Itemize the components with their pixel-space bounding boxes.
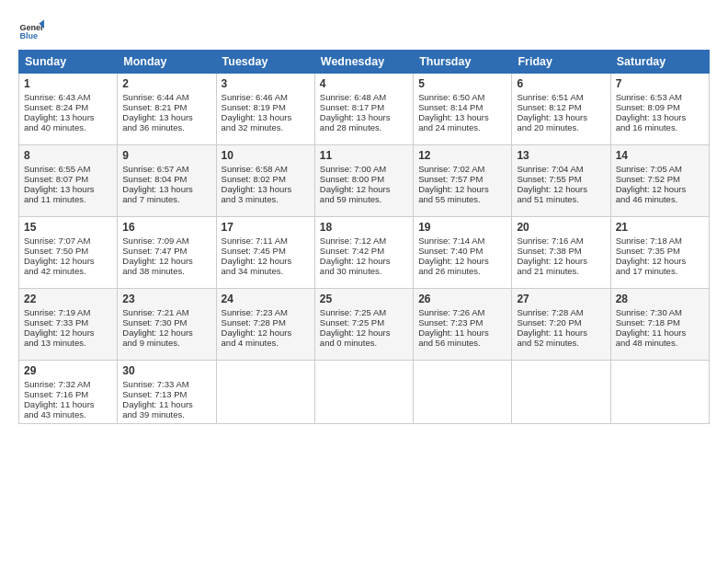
day-number: 26 (418, 293, 506, 305)
day-info-line: Daylight: 12 hours (418, 256, 506, 266)
day-info-line: and 7 minutes. (122, 194, 210, 204)
day-info-line: and 4 minutes. (222, 338, 310, 348)
day-number: 5 (418, 77, 506, 90)
day-info-line: Sunrise: 7:32 AM (24, 379, 112, 389)
day-info-line: Sunset: 7:30 PM (122, 317, 210, 327)
calendar-cell: 4Sunrise: 6:48 AMSunset: 8:17 PMDaylight… (314, 74, 413, 145)
day-info-line: Daylight: 13 hours (24, 112, 112, 122)
day-info-line: Sunset: 8:02 PM (222, 174, 310, 184)
day-number: 11 (320, 149, 408, 162)
day-number: 6 (517, 77, 605, 90)
day-info-line: Sunset: 8:09 PM (616, 102, 704, 112)
day-info-line: and 38 minutes. (122, 266, 210, 276)
day-info-line: Sunrise: 7:21 AM (122, 307, 210, 317)
calendar-cell (314, 361, 413, 424)
logo: General Blue (18, 18, 48, 44)
day-info-line: Sunset: 7:47 PM (122, 246, 210, 256)
day-info-line: Sunrise: 6:51 AM (517, 92, 605, 102)
day-number: 22 (24, 293, 112, 305)
day-number: 1 (24, 77, 112, 90)
day-number: 17 (222, 221, 310, 234)
day-number: 14 (616, 149, 704, 162)
day-number: 27 (517, 293, 605, 305)
day-info-line: Daylight: 12 hours (418, 184, 506, 194)
day-info-line: Sunset: 7:57 PM (418, 174, 506, 184)
day-info-line: Daylight: 13 hours (222, 184, 310, 194)
day-info-line: Daylight: 13 hours (122, 112, 210, 122)
day-info-line: and 40 minutes. (24, 122, 112, 132)
calendar-cell: 29Sunrise: 7:32 AMSunset: 7:16 PMDayligh… (19, 361, 118, 424)
calendar-cell (216, 361, 314, 424)
day-info-line: Daylight: 12 hours (616, 184, 704, 194)
day-info-line: and 59 minutes. (320, 194, 408, 204)
day-info-line: Daylight: 13 hours (122, 184, 210, 194)
day-info-line: and 21 minutes. (517, 266, 605, 276)
day-info-line: Daylight: 12 hours (517, 184, 605, 194)
day-number: 8 (24, 149, 112, 162)
day-number: 23 (122, 293, 210, 305)
calendar-cell: 15Sunrise: 7:07 AMSunset: 7:50 PMDayligh… (19, 217, 118, 289)
day-number: 25 (320, 293, 408, 305)
day-header-wednesday: Wednesday (314, 51, 413, 74)
day-info-line: Sunset: 7:25 PM (320, 317, 408, 327)
logo-icon: General Blue (18, 18, 44, 44)
day-info-line: Sunset: 8:14 PM (418, 102, 506, 112)
day-info-line: and 30 minutes. (320, 266, 408, 276)
day-info-line: Sunset: 7:50 PM (24, 246, 112, 256)
day-header-monday: Monday (118, 51, 216, 74)
calendar-cell: 27Sunrise: 7:28 AMSunset: 7:20 PMDayligh… (512, 289, 610, 361)
day-info-line: Sunset: 7:35 PM (616, 246, 704, 256)
day-info-line: Sunrise: 7:26 AM (418, 307, 506, 317)
day-info-line: Daylight: 12 hours (222, 327, 310, 338)
day-info-line: Sunrise: 7:18 AM (616, 236, 704, 246)
day-number: 18 (320, 221, 408, 234)
day-info-line: Sunset: 7:55 PM (517, 174, 605, 184)
day-info-line: Sunset: 7:38 PM (517, 246, 605, 256)
day-info-line: Sunset: 7:13 PM (122, 389, 210, 399)
day-info-line: and 36 minutes. (122, 122, 210, 132)
day-info-line: and 42 minutes. (24, 266, 112, 276)
day-info-line: Daylight: 12 hours (122, 327, 210, 338)
calendar-cell: 13Sunrise: 7:04 AMSunset: 7:55 PMDayligh… (512, 145, 610, 217)
calendar-cell: 25Sunrise: 7:25 AMSunset: 7:25 PMDayligh… (314, 289, 413, 361)
calendar-cell: 23Sunrise: 7:21 AMSunset: 7:30 PMDayligh… (118, 289, 216, 361)
day-number: 4 (320, 77, 408, 90)
calendar-cell: 18Sunrise: 7:12 AMSunset: 7:42 PMDayligh… (314, 217, 413, 289)
day-info-line: Daylight: 11 hours (24, 399, 112, 409)
calendar-cell: 21Sunrise: 7:18 AMSunset: 7:35 PMDayligh… (610, 217, 709, 289)
day-info-line: and 16 minutes. (616, 122, 704, 132)
day-header-thursday: Thursday (414, 51, 512, 74)
calendar-body: 1Sunrise: 6:43 AMSunset: 8:24 PMDaylight… (19, 74, 710, 424)
day-number: 9 (122, 149, 210, 162)
day-info-line: and 56 minutes. (418, 338, 506, 348)
day-info-line: Daylight: 12 hours (24, 256, 112, 266)
calendar-week-row: 29Sunrise: 7:32 AMSunset: 7:16 PMDayligh… (19, 361, 710, 424)
day-info-line: Daylight: 11 hours (616, 327, 704, 338)
calendar-week-row: 8Sunrise: 6:55 AMSunset: 8:07 PMDaylight… (19, 145, 710, 217)
day-info-line: and 52 minutes. (517, 338, 605, 348)
day-info-line: Daylight: 13 hours (24, 184, 112, 194)
day-info-line: Sunrise: 7:23 AM (222, 307, 310, 317)
day-header-saturday: Saturday (610, 51, 709, 74)
day-info-line: Sunrise: 7:00 AM (320, 164, 408, 174)
day-number: 16 (122, 221, 210, 234)
day-info-line: Sunrise: 7:04 AM (517, 164, 605, 174)
day-info-line: Daylight: 13 hours (517, 112, 605, 122)
day-info-line: and 3 minutes. (222, 194, 310, 204)
day-info-line: Sunrise: 6:58 AM (222, 164, 310, 174)
day-info-line: Sunset: 8:04 PM (122, 174, 210, 184)
calendar-week-row: 22Sunrise: 7:19 AMSunset: 7:33 PMDayligh… (19, 289, 710, 361)
day-info-line: and 11 minutes. (24, 194, 112, 204)
calendar-cell: 20Sunrise: 7:16 AMSunset: 7:38 PMDayligh… (512, 217, 610, 289)
calendar-cell: 2Sunrise: 6:44 AMSunset: 8:21 PMDaylight… (118, 74, 216, 145)
calendar-cell: 19Sunrise: 7:14 AMSunset: 7:40 PMDayligh… (414, 217, 512, 289)
day-info-line: Sunset: 7:20 PM (517, 317, 605, 327)
day-info-line: Sunset: 7:33 PM (24, 317, 112, 327)
day-number: 3 (222, 77, 310, 90)
day-info-line: Sunset: 8:17 PM (320, 102, 408, 112)
day-info-line: and 17 minutes. (616, 266, 704, 276)
page: General Blue SundayMondayTuesdayWednesda… (0, 0, 728, 563)
day-number: 24 (222, 293, 310, 305)
calendar-cell: 16Sunrise: 7:09 AMSunset: 7:47 PMDayligh… (118, 217, 216, 289)
calendar-cell: 24Sunrise: 7:23 AMSunset: 7:28 PMDayligh… (216, 289, 314, 361)
